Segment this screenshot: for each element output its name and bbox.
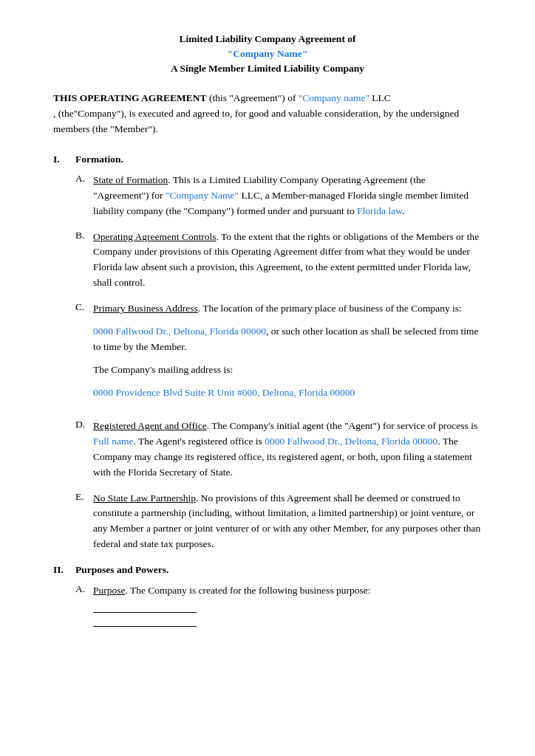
intro-text1: (this "Agreement") of [207, 92, 299, 103]
subsection-c-letter: C. [75, 301, 93, 313]
section-formation: I. Formation. A. State of Formation. Thi… [53, 154, 482, 552]
address-1-link: 0000 Fallwood Dr., Deltona, Florida 0000… [93, 326, 266, 337]
document-header: Limited Liability Company Agreement of "… [53, 33, 482, 75]
subsection-d-address-link: 0000 Fallwood Dr., Deltona, Florida 0000… [265, 436, 437, 447]
subsection-registered-agent: D. Registered Agent and Office. The Comp… [75, 419, 482, 481]
address-2-link: 0000 Providence Blvd Suite R Unit #000, … [93, 387, 355, 398]
subsection-d-title: Registered Agent and Office [93, 420, 207, 431]
subsection-a-florida-link: Florida law [357, 205, 402, 216]
subsection-d-letter: D. [75, 419, 93, 430]
subsection-b-title: Operating Agreement Controls [93, 231, 216, 242]
subsection-a-content: State of Formation. This is a Limited Li… [93, 173, 482, 219]
header-subtitle: A Single Member Limited Liability Compan… [53, 63, 482, 75]
subsection-no-state-law-partnership: E. No State Law Partnership. No provisio… [75, 491, 482, 553]
section-purposes-number: II. [53, 564, 75, 576]
section-purposes-header: II. Purposes and Powers. [53, 564, 482, 576]
subsection-a-letter: A. [75, 173, 93, 185]
subsection-purpose-text: . The Company is created for the followi… [126, 585, 371, 596]
subsection-e-title: No State Law Partnership [93, 492, 196, 504]
subsection-a-title: State of Formation [93, 174, 168, 185]
address-block-2: 0000 Providence Blvd Suite R Unit #000, … [93, 385, 482, 401]
header-title-line1: Limited Liability Company Agreement of [53, 33, 482, 45]
purpose-line [93, 612, 482, 627]
intro-paragraph: THIS OPERATING AGREEMENT (this "Agreemen… [53, 91, 482, 137]
subsection-purpose-letter: A. [75, 583, 93, 595]
address-block-1: 0000 Fallwood Dr., Deltona, Florida 0000… [93, 324, 482, 355]
intro-company-link: "Company name" [299, 92, 369, 103]
subsection-operating-agreement-controls: B. Operating Agreement Controls. To the … [75, 230, 482, 292]
mailing-label: The Company's mailing address is: [93, 362, 482, 378]
subsection-primary-business-address: C. Primary Business Address. The locatio… [75, 301, 482, 408]
section-purposes-subsections: A. Purpose. The Company is created for t… [53, 583, 482, 630]
section-formation-title: Formation. [75, 154, 123, 165]
subsection-d-fullname-link: Full name [93, 436, 133, 447]
subsection-b-letter: B. [75, 230, 93, 241]
subsection-d-text2: . The Agent's registered office is [133, 436, 265, 447]
signature-line-1 [93, 612, 197, 613]
subsection-purpose: A. Purpose. The Company is created for t… [75, 583, 482, 630]
intro-text3: , (the"Company"), is executed and agreed… [53, 108, 459, 134]
subsection-c-title: Primary Business Address [93, 303, 198, 314]
subsection-d-content: Registered Agent and Office. The Company… [93, 419, 482, 481]
subsection-c-text1: . The location of the primary place of b… [198, 303, 462, 314]
subsection-state-of-formation: A. State of Formation. This is a Limited… [75, 173, 482, 219]
signature-line-2 [93, 626, 197, 627]
document-page: Limited Liability Company Agreement of "… [0, 0, 535, 756]
intro-bold: THIS OPERATING AGREEMENT [53, 92, 207, 103]
subsection-e-letter: E. [75, 491, 93, 503]
subsection-a-text3: . [402, 205, 404, 216]
header-company-name: "Company Name" [53, 48, 482, 60]
subsection-d-text1: . The Company's initial agent (the "Agen… [207, 420, 477, 431]
subsection-purpose-title: Purpose [93, 585, 126, 596]
section-formation-header: I. Formation. [53, 154, 482, 165]
intro-text2: LLC [369, 92, 391, 103]
section-formation-number: I. [53, 154, 75, 165]
subsection-a-company-link: "Company Name" [166, 190, 239, 201]
subsection-c-content: Primary Business Address. The location o… [93, 301, 482, 408]
section-formation-subsections: A. State of Formation. This is a Limited… [53, 173, 482, 552]
subsection-e-content: No State Law Partnership. No provisions … [93, 491, 482, 553]
section-purposes-title: Purposes and Powers. [75, 564, 168, 576]
section-purposes-and-powers: II. Purposes and Powers. A. Purpose. The… [53, 564, 482, 630]
subsection-purpose-content: Purpose. The Company is created for the … [93, 583, 482, 630]
subsection-b-content: Operating Agreement Controls. To the ext… [93, 230, 482, 292]
